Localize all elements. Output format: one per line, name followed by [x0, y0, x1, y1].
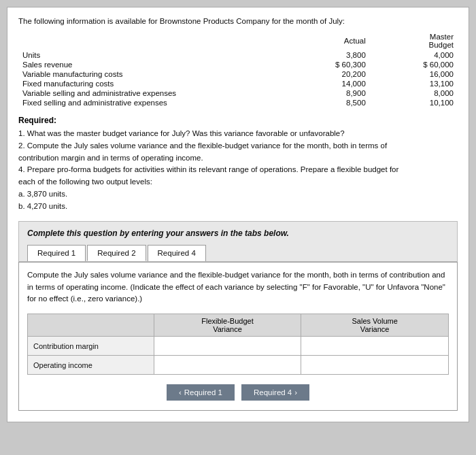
- table-row: Variable manufacturing costs 20,200 16,0…: [18, 69, 458, 79]
- required-item-2: 2. Compute the July sales volume varianc…: [18, 141, 387, 150]
- required-item-4c: b. 4,270 units.: [18, 202, 67, 210]
- chevron-right-icon: [294, 388, 297, 397]
- operating-sales-field[interactable]: [307, 361, 443, 369]
- operating-label: Operating income: [28, 356, 154, 375]
- col-budget-header: MasterBudget: [370, 32, 458, 50]
- operating-sales-input[interactable]: [301, 356, 449, 375]
- required-section: Required: 1. What was the master budget …: [18, 116, 458, 213]
- inner-table-flexible-header: Flexible-BudgetVariance: [154, 314, 301, 337]
- page-container: The following information is available f…: [7, 7, 469, 422]
- tab-required-4[interactable]: Required 4: [148, 245, 206, 261]
- contribution-sales-field[interactable]: [307, 342, 443, 350]
- table-row: Fixed selling and administrative expense…: [18, 98, 458, 107]
- prev-button[interactable]: Required 1: [167, 384, 235, 401]
- tab-instruction: Complete this question by entering your …: [27, 229, 449, 238]
- tab-required-2[interactable]: Required 2: [87, 245, 146, 261]
- contribution-sales-input[interactable]: [301, 337, 449, 356]
- nav-buttons: Required 1 Required 4: [27, 384, 449, 401]
- operating-flexible-field[interactable]: [160, 361, 296, 369]
- contribution-flexible-field[interactable]: [160, 342, 296, 350]
- required-title: Required:: [18, 116, 458, 125]
- col-label-header: [18, 32, 282, 50]
- required-item-2b: contribution margin and in terms of oper…: [18, 154, 203, 162]
- table-row: Units 3,800 4,000: [18, 50, 458, 60]
- next-button-label: Required 4: [254, 388, 292, 397]
- contribution-label: Contribution margin: [28, 337, 154, 356]
- tab-required-1[interactable]: Required 1: [27, 245, 86, 261]
- operating-flexible-input[interactable]: [154, 356, 301, 375]
- table-row: Fixed manufacturing costs 14,000 13,100: [18, 79, 458, 88]
- inner-table-col0-header: [28, 314, 154, 337]
- required-item-4a: a. 3,870 units.: [18, 190, 67, 198]
- table-row: Sales revenue $ 60,300 $ 60,000: [18, 60, 458, 69]
- chevron-left-icon: [179, 388, 182, 397]
- contribution-flexible-input[interactable]: [154, 337, 301, 356]
- required-list: 1. What was the master budget variance f…: [18, 128, 458, 213]
- inner-table-sales-header: Sales VolumeVariance: [301, 314, 449, 337]
- table-row-operating: Operating income: [28, 356, 449, 375]
- inner-table: Flexible-BudgetVariance Sales VolumeVari…: [27, 314, 449, 375]
- next-button[interactable]: Required 4: [241, 384, 309, 401]
- required-item-4: 4. Prepare pro-forma budgets for activit…: [18, 165, 398, 173]
- col-actual-header: Actual: [282, 32, 370, 50]
- prev-button-label: Required 1: [184, 388, 222, 397]
- tab-content: Compute the July sales volume variance a…: [18, 262, 458, 411]
- table-row-contribution: Contribution margin: [28, 337, 449, 356]
- tab-container: Complete this question by entering your …: [18, 221, 458, 262]
- table-row: Variable selling and administrative expe…: [18, 88, 458, 98]
- data-table: Actual MasterBudget Units 3,800 4,000 Sa…: [18, 32, 458, 107]
- intro-text: The following information is available f…: [18, 17, 458, 25]
- tab-description: Compute the July sales volume variance a…: [27, 269, 449, 305]
- required-item-1: 1. What was the master budget variance f…: [18, 129, 345, 137]
- required-item-4b: each of the following two output levels:: [18, 178, 152, 186]
- tabs-row: Required 1 Required 2 Required 4: [27, 245, 449, 261]
